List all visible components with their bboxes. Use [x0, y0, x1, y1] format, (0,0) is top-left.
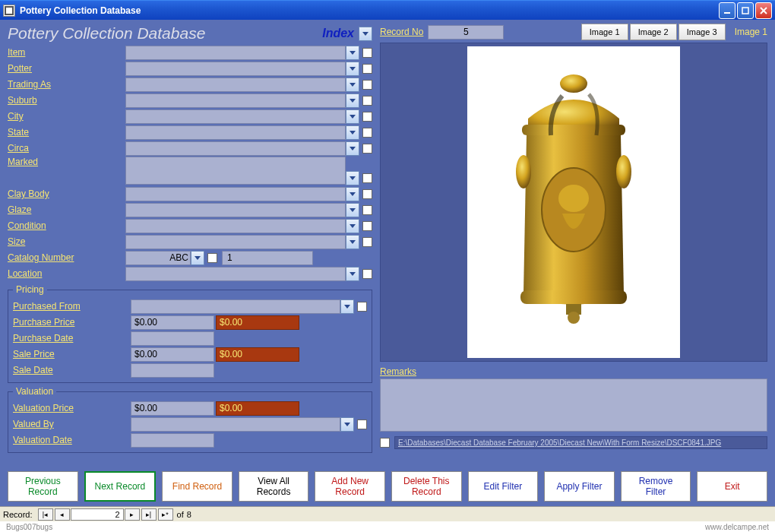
edit-filter-button[interactable]: Edit Filter: [468, 471, 539, 502]
svg-point-12: [568, 312, 580, 324]
valuationdate-label: Valuation Date: [13, 435, 131, 445]
nav-prev-button[interactable]: ◂: [55, 508, 70, 521]
claybody-combo[interactable]: [125, 187, 346, 201]
svg-rect-10: [520, 290, 627, 304]
remarks-textarea[interactable]: [380, 378, 767, 432]
city-check[interactable]: [362, 112, 372, 122]
minimize-button[interactable]: [719, 2, 735, 19]
image3-button[interactable]: Image 3: [679, 24, 726, 40]
valuedby-combo[interactable]: [131, 417, 340, 432]
svg-rect-1: [742, 8, 748, 14]
nav-new-button[interactable]: ▸*: [158, 508, 173, 521]
marked-combo-btn[interactable]: [346, 171, 359, 185]
item-combo-btn[interactable]: [346, 46, 359, 60]
tradingas-check[interactable]: [362, 80, 372, 90]
saleprice-input[interactable]: $0.00: [131, 347, 214, 362]
condition-combo[interactable]: [125, 219, 346, 233]
state-combo[interactable]: [125, 125, 346, 140]
valuedby-combo-btn[interactable]: [340, 417, 354, 432]
nav-last-button[interactable]: ▸|: [141, 508, 157, 521]
catalog-abc-input[interactable]: ABC: [125, 251, 191, 265]
find-record-button[interactable]: Find Record: [162, 471, 232, 502]
condition-check[interactable]: [362, 221, 372, 231]
image-path[interactable]: E:\Databases\Diecast Database February 2…: [394, 436, 767, 449]
remarks-label: Remarks: [380, 366, 767, 377]
suburb-combo[interactable]: [125, 93, 346, 108]
catalog-label: Catalog Number: [8, 252, 125, 263]
circa-check[interactable]: [362, 144, 372, 154]
tradingas-combo[interactable]: [125, 78, 346, 92]
item-check[interactable]: [362, 48, 372, 58]
claybody-combo-btn[interactable]: [346, 187, 359, 201]
glaze-check[interactable]: [362, 205, 372, 215]
marked-check[interactable]: [362, 173, 372, 183]
location-combo[interactable]: [125, 267, 346, 281]
saledate-label: Sale Date: [13, 365, 131, 375]
city-combo[interactable]: [125, 109, 346, 124]
index-combo[interactable]: [359, 27, 372, 41]
maximize-button[interactable]: [737, 2, 754, 19]
nav-current-input[interactable]: [71, 508, 124, 521]
remove-filter-button[interactable]: Remove Filter: [621, 471, 691, 502]
state-combo-btn[interactable]: [346, 125, 359, 140]
size-combo-btn[interactable]: [346, 235, 359, 249]
glaze-combo-btn[interactable]: [346, 203, 359, 217]
purchasedfrom-check[interactable]: [357, 302, 367, 312]
tradingas-label: Trading As: [8, 79, 125, 90]
potter-combo[interactable]: [125, 62, 346, 76]
potter-check[interactable]: [362, 64, 372, 74]
marked-combo[interactable]: [125, 157, 346, 185]
size-combo[interactable]: [125, 235, 346, 249]
tradingas-combo-btn[interactable]: [346, 78, 359, 92]
circa-label: Circa: [8, 143, 125, 154]
nav-next-button[interactable]: ▸: [125, 508, 140, 521]
size-check[interactable]: [362, 237, 372, 247]
purchasedfrom-combo-btn[interactable]: [340, 299, 354, 314]
catalog-check[interactable]: [207, 253, 217, 263]
location-combo-btn[interactable]: [346, 267, 359, 281]
item-combo[interactable]: [125, 46, 346, 60]
path-checkbox[interactable]: [380, 438, 390, 448]
circa-combo-btn[interactable]: [346, 141, 359, 156]
pricing-legend: Pricing: [13, 284, 47, 295]
suburb-check[interactable]: [362, 96, 372, 106]
marked-label: Marked: [8, 157, 125, 167]
window-titlebar: Pottery Collection Database: [0, 0, 775, 20]
catalog-num-input[interactable]: 1: [222, 251, 313, 265]
potter-combo-btn[interactable]: [346, 62, 359, 76]
exit-button[interactable]: Exit: [697, 471, 767, 502]
footer-left: Bugs007bugs: [6, 523, 52, 531]
suburb-label: Suburb: [8, 95, 125, 106]
suburb-combo-btn[interactable]: [346, 93, 359, 108]
purchaseprice-input[interactable]: $0.00: [131, 315, 214, 330]
nav-first-button[interactable]: |◂: [38, 508, 53, 521]
valuedby-check[interactable]: [357, 420, 367, 429]
claybody-check[interactable]: [362, 189, 372, 199]
catalog-abc-btn[interactable]: [191, 251, 204, 265]
purchasedfrom-combo[interactable]: [131, 299, 340, 314]
previous-record-button[interactable]: Previous Record: [8, 471, 78, 502]
add-new-button[interactable]: Add New Record: [315, 471, 385, 502]
valuationdate-input[interactable]: [131, 433, 214, 448]
image2-button[interactable]: Image 2: [630, 24, 677, 40]
city-combo-btn[interactable]: [346, 109, 359, 124]
glaze-label: Glaze: [8, 204, 125, 215]
purchasedate-input[interactable]: [131, 331, 214, 346]
saledate-input[interactable]: [131, 363, 214, 378]
footer: Bugs007bugs www.delcampe.net: [0, 521, 775, 532]
state-label: State: [8, 127, 125, 138]
image1-button[interactable]: Image 1: [581, 24, 628, 40]
circa-combo[interactable]: [125, 141, 346, 156]
view-all-button[interactable]: View All Records: [239, 471, 309, 502]
glaze-combo[interactable]: [125, 203, 346, 217]
condition-combo-btn[interactable]: [346, 219, 359, 233]
next-record-button[interactable]: Next Record: [84, 471, 157, 502]
delete-record-button[interactable]: Delete This Record: [391, 471, 462, 502]
apply-filter-button[interactable]: Apply Filter: [544, 471, 615, 502]
location-check[interactable]: [362, 269, 372, 279]
valuationprice-input[interactable]: $0.00: [131, 401, 214, 416]
valuationprice-label: Valuation Price: [13, 403, 131, 413]
item-label: Item: [8, 47, 125, 58]
state-check[interactable]: [362, 128, 372, 138]
close-button[interactable]: [755, 2, 772, 19]
